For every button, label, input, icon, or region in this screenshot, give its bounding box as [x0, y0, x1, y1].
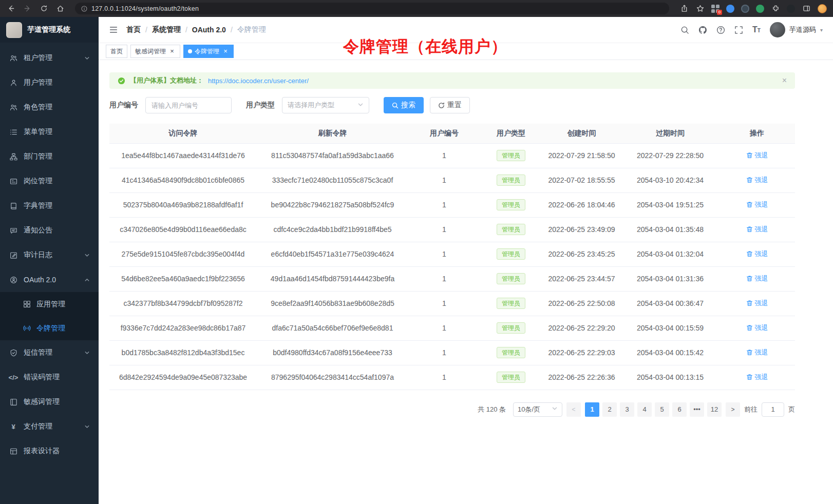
extension-black-icon[interactable] — [787, 5, 795, 13]
access-token-cell: 502375b8040a469a9b82188afdf6af1f — [109, 192, 257, 217]
page-button-6[interactable]: 6 — [672, 402, 687, 417]
filter-form: 用户编号 用户类型 请选择用户类型 搜索 重置 — [109, 97, 795, 113]
forward-icon[interactable] — [23, 4, 32, 13]
sidebar-item-dict[interactable]: 字典管理 — [0, 193, 99, 218]
reset-button[interactable]: 重置 — [430, 97, 470, 113]
breadcrumb-item-oauth2[interactable]: OAuth 2.0 — [192, 26, 226, 34]
force-logout-button[interactable]: 强退 — [746, 151, 768, 160]
table-row: b0d1785bc3a8482f812db4a3f3bd15ecb0df4980… — [109, 340, 795, 365]
extensions-puzzle-icon[interactable] — [771, 4, 780, 13]
sidebar-item-notice[interactable]: 通知公告 — [0, 218, 99, 243]
table-row: c347026e805e4d99b0d116eae66eda8ccdfc4ce9… — [109, 217, 795, 242]
access-token-cell: f9336e7c7dd242a283ee98dc86b17a87 — [109, 316, 257, 340]
back-icon[interactable] — [6, 4, 15, 13]
sidebar-item-role[interactable]: 角色管理 — [0, 95, 99, 120]
page-button-1[interactable]: 1 — [585, 402, 599, 417]
extension-dark-icon[interactable] — [741, 5, 749, 13]
sidebar-item-oauth2[interactable]: OAuth 2.0 — [0, 267, 99, 292]
extension-badged-icon[interactable]: 0 — [711, 5, 720, 13]
user-menu[interactable]: 芋道源码 ▾ — [770, 22, 823, 37]
sidebar-item-audit-log[interactable]: 审计日志 — [0, 243, 99, 267]
font-size-icon[interactable]: TT — [752, 26, 761, 34]
search-icon[interactable] — [680, 26, 689, 34]
extension-blue-icon[interactable] — [726, 5, 734, 13]
bookmark-star-icon[interactable] — [695, 4, 705, 13]
force-logout-button[interactable]: 强退 — [746, 225, 768, 234]
force-logout-button[interactable]: 强退 — [746, 200, 768, 209]
force-logout-button[interactable]: 强退 — [746, 299, 768, 308]
help-icon[interactable] — [716, 26, 725, 34]
force-logout-button[interactable]: 强退 — [746, 348, 768, 357]
doc-alert: 【用户体系】文档地址： https://doc.iocoder.cn/user-… — [109, 72, 795, 89]
user-type-badge: 管理员 — [497, 224, 525, 235]
sidebar-item-oauth2-token[interactable]: 令牌管理 — [0, 316, 99, 340]
goto-page-input[interactable] — [762, 402, 784, 417]
github-icon[interactable] — [698, 26, 707, 34]
tab-home[interactable]: 首页 — [106, 45, 127, 58]
tab-close-icon[interactable]: × — [222, 48, 229, 55]
share-icon[interactable] — [679, 4, 689, 13]
sidebar-item-dept[interactable]: 部门管理 — [0, 144, 99, 169]
sidebar-item-sms[interactable]: 短信管理 — [0, 340, 99, 365]
refresh-token-cell: be90422b8c7946218275a508bf524fc9 — [257, 192, 408, 217]
page-list: 123456•••12 — [585, 402, 722, 417]
address-bar[interactable]: 127.0.0.1:1024/system/oauth2/token — [75, 3, 669, 14]
sidebar-item-menu[interactable]: 菜单管理 — [0, 120, 99, 144]
breadcrumb-item-system[interactable]: 系统管理 — [152, 25, 181, 34]
user-type-cell: 管理员 — [480, 217, 542, 242]
fullscreen-icon[interactable] — [734, 26, 743, 34]
page-button-4[interactable]: 4 — [637, 402, 652, 417]
collapse-menu-icon[interactable] — [109, 25, 118, 34]
app-logo[interactable]: 芋道管理系统 — [0, 17, 99, 43]
active-tab-dot — [188, 49, 192, 53]
access-token-cell: 54d6be82ee5a460a9aedc1f9bf223656 — [109, 266, 257, 291]
alert-close-icon[interactable]: × — [782, 76, 787, 85]
force-logout-button[interactable]: 强退 — [746, 373, 768, 382]
delete-icon — [746, 250, 753, 257]
user-id-input[interactable] — [145, 97, 232, 113]
next-page-button[interactable]: > — [726, 402, 740, 417]
user-type-cell: 管理员 — [480, 365, 542, 390]
prev-page-button[interactable]: < — [566, 402, 581, 417]
tab-close-icon[interactable]: × — [168, 48, 176, 55]
sidebar-item-sensitive-word[interactable]: 敏感词管理 — [0, 390, 99, 414]
force-logout-button[interactable]: 强退 — [746, 274, 768, 283]
user-type-select[interactable]: 请选择用户类型 — [282, 97, 369, 113]
force-logout-button[interactable]: 强退 — [746, 249, 768, 259]
page-button-3[interactable]: 3 — [620, 402, 634, 417]
page-button-12[interactable]: 12 — [707, 402, 722, 417]
expire-time-cell: 2054-03-04 00:15:42 — [621, 340, 719, 365]
sidebar-item-pay[interactable]: ¥支付管理 — [0, 414, 99, 439]
sidebar-item-report-designer[interactable]: 报表设计器 — [0, 439, 99, 463]
browser-profile-avatar[interactable] — [818, 4, 827, 13]
force-logout-button[interactable]: 强退 — [746, 176, 768, 185]
tab-sensitive-word[interactable]: 敏感词管理× — [130, 45, 180, 58]
tab-token-management[interactable]: 令牌管理× — [183, 45, 234, 58]
delete-icon — [746, 324, 753, 331]
reload-icon[interactable] — [39, 4, 48, 13]
sidebar-item-oauth2-application[interactable]: 应用管理 — [0, 292, 99, 316]
search-button[interactable]: 搜索 — [384, 97, 424, 113]
user-id-cell: 1 — [408, 242, 480, 266]
page-button-5[interactable]: 5 — [655, 402, 669, 417]
site-info-icon[interactable] — [81, 6, 87, 12]
user-id-cell: 1 — [408, 168, 480, 192]
more-pages-button[interactable]: ••• — [690, 402, 704, 417]
page-size-select[interactable]: 10条/页 — [513, 402, 562, 417]
tree-icon — [9, 153, 18, 161]
sidebar-item-error-code[interactable]: </>错误码管理 — [0, 365, 99, 390]
breadcrumb-item-home[interactable]: 首页 — [126, 25, 141, 34]
action-cell: 强退 — [719, 168, 795, 192]
sidebar-submenu: 应用管理令牌管理 — [0, 292, 99, 340]
force-logout-button[interactable]: 强退 — [746, 323, 768, 333]
pagination: 共 120 条 10条/页 < 123456•••12 > 前往 页 — [109, 402, 795, 417]
doc-link[interactable]: https://doc.iocoder.cn/user-center/ — [208, 77, 309, 85]
page-button-2[interactable]: 2 — [602, 402, 617, 417]
user-type-cell: 管理员 — [480, 291, 542, 316]
home-icon[interactable] — [55, 4, 65, 13]
side-panel-icon[interactable] — [802, 4, 811, 13]
sidebar-item-post[interactable]: 岗位管理 — [0, 169, 99, 193]
sidebar-item-user[interactable]: 用户管理 — [0, 70, 99, 95]
sidebar-item-tenant[interactable]: 租户管理 — [0, 46, 99, 70]
extension-green-icon[interactable] — [756, 5, 764, 13]
